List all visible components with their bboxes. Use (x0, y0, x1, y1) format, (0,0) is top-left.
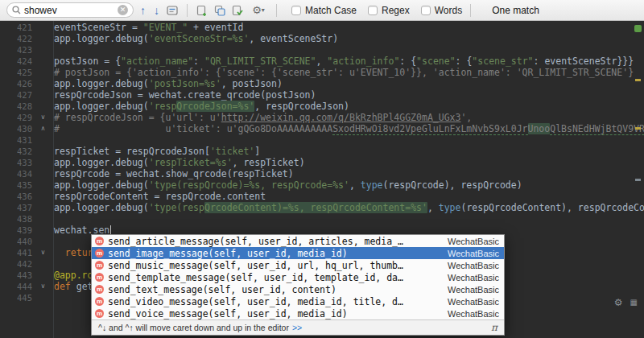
line-number[interactable]: 444 (0, 282, 37, 291)
warning-stripe-mark[interactable] (635, 127, 641, 130)
code-text: eventSceneStr = "EVENT_" + eventId (49, 22, 243, 33)
line-number[interactable]: 441 (0, 248, 37, 258)
line-number[interactable]: 427 (0, 90, 37, 100)
completion-item[interactable]: msend_music_message(self, user_id, url, … (92, 259, 504, 271)
completion-popup: msend_article_message(self, user_id, art… (91, 234, 505, 336)
code-line[interactable]: 436respQrcodeContent = respQrcode.conten… (0, 191, 644, 202)
code-line[interactable]: 433app.logger.debug('respTicket=%s', res… (0, 157, 644, 168)
checkbox-box[interactable] (421, 6, 431, 15)
next-match-icon[interactable]: ↓ (152, 5, 161, 16)
line-number[interactable]: 424 (0, 56, 37, 66)
hint-more-link[interactable]: >> (292, 323, 302, 332)
add-selection-icon[interactable] (196, 4, 208, 17)
line-number[interactable]: 423 (0, 45, 37, 55)
info-stripe-mark[interactable] (635, 179, 641, 181)
code-line[interactable]: 432respTicket = respQrcodeJson['ticket'] (0, 146, 644, 157)
code-line[interactable]: 428app.logger.debug('respQrcodeJson=%s',… (0, 101, 644, 112)
editor-settings-gear-icon[interactable]: ⚙ (614, 298, 623, 307)
highlight-all-icon[interactable] (166, 4, 179, 17)
match-case-checkbox[interactable]: Match Case (291, 5, 357, 16)
code-text: respQrcodeJson = wechat.create_qrcode(po… (49, 89, 316, 101)
code-text: # postJson = {'action_info': {'scene': {… (49, 67, 634, 78)
code-line[interactable]: 430∧# u'ticket': u'gQGo8DoAAAAAAAAAASxod… (0, 123, 644, 134)
search-settings-gear-icon[interactable]: ⚙▾ (249, 4, 268, 17)
line-number[interactable]: 425 (0, 68, 37, 77)
fold-marker-icon[interactable]: ∨ (37, 247, 49, 258)
line-number[interactable]: 437 (0, 203, 37, 212)
completion-list: msend_article_message(self, user_id, art… (92, 235, 504, 319)
line-number[interactable]: 442 (0, 259, 37, 269)
completion-origin-class: WechatBasic (448, 309, 499, 319)
completion-item[interactable]: msend_video_message(self, user_id, media… (92, 295, 504, 307)
code-text: app.logger.debug('type(respQrcodeContent… (49, 202, 644, 213)
checkbox-box[interactable] (291, 6, 301, 15)
completion-item[interactable]: msend_voice_message(self, user_id, media… (92, 307, 504, 319)
completion-item[interactable]: msend_template_message(self, user_id, te… (92, 271, 504, 283)
completion-label: send_video_message(self, user_id, media_… (108, 296, 403, 307)
code-line[interactable]: 422app.logger.debug('eventSceneStr=%s', … (0, 33, 644, 44)
code-line[interactable]: 423 (0, 44, 644, 56)
line-number[interactable]: 435 (0, 180, 37, 190)
code-line[interactable]: 427respQrcodeJson = wechat.create_qrcode… (0, 89, 644, 101)
fold-marker-icon[interactable]: ∨ (37, 112, 49, 123)
method-icon: m (95, 261, 104, 270)
code-text: respQrcodeContent = respQrcode.content (49, 191, 266, 202)
line-number[interactable]: 421 (0, 23, 37, 32)
hide-toolbar-icon[interactable]: ▦ (630, 298, 638, 307)
line-number[interactable]: 428 (0, 101, 37, 111)
line-number[interactable]: 439 (0, 225, 37, 235)
code-text: postJson = {"action_name": "QR_LIMIT_STR… (49, 56, 634, 67)
checkbox-box[interactable] (368, 6, 378, 15)
checkbox-label: Words (435, 5, 462, 16)
regex-checkbox[interactable]: Regex (368, 5, 410, 16)
fold-marker-icon[interactable]: ∧ (37, 123, 49, 134)
code-text: # u'ticket': u'gQGo8DoAAAAAAAAAASxodHRwO… (49, 123, 644, 134)
fold-marker-icon[interactable]: ∨ (37, 281, 49, 292)
line-number[interactable]: 445 (0, 293, 37, 303)
line-number[interactable]: 440 (0, 237, 37, 246)
method-icon: m (95, 249, 104, 258)
code-line[interactable]: 431 (0, 134, 644, 146)
line-number[interactable]: 443 (0, 270, 37, 280)
select-occurrences-icon[interactable] (213, 4, 226, 17)
method-icon: m (95, 237, 104, 245)
line-number[interactable]: 429 (0, 113, 37, 122)
line-number[interactable]: 434 (0, 169, 37, 179)
code-line[interactable]: 434respQrcode = wechat.show_qrcode(respT… (0, 168, 644, 179)
line-number[interactable]: 426 (0, 79, 37, 89)
code-line[interactable]: 429∨# respQrcodeJson = {u'url': u'http:/… (0, 112, 644, 123)
words-checkbox[interactable]: Words (421, 5, 462, 16)
completion-item[interactable]: msend_article_message(self, user_id, art… (92, 235, 504, 247)
completion-label: send_article_message(self, user_id, arti… (108, 236, 403, 247)
code-line[interactable]: 425# postJson = {'action_info': {'scene'… (0, 67, 644, 78)
toolbar-separator (276, 4, 277, 17)
completion-item[interactable]: msend_text_message(self, user_id, conten… (92, 283, 504, 295)
warning-stripe-mark[interactable] (635, 79, 641, 81)
clear-search-icon[interactable]: ✕ (118, 5, 128, 15)
line-number[interactable]: 422 (0, 34, 37, 43)
code-line[interactable]: 438 (0, 213, 644, 225)
completion-origin-class: WechatBasic (448, 297, 499, 307)
toolbar-separator (187, 4, 188, 17)
code-text: app.logger.debug('respQrcodeJson=%s', re… (49, 101, 349, 112)
code-line[interactable]: 424postJson = {"action_name": "QR_LIMIT_… (0, 56, 644, 67)
hint-text: ^↓ and ^↑ will move caret down and up in… (98, 323, 289, 332)
line-number[interactable]: 436 (0, 192, 37, 201)
line-number[interactable]: 438 (0, 214, 37, 224)
code-line[interactable]: 435app.logger.debug('type(respQrcode)=%s… (0, 179, 644, 191)
line-number[interactable]: 431 (0, 135, 37, 145)
completion-item[interactable]: msend_image_message(self, user_id, media… (92, 247, 504, 259)
method-icon: m (95, 285, 104, 294)
code-line[interactable]: 426app.logger.debug('postJson=%s', postJ… (0, 78, 644, 89)
completion-origin-class: WechatBasic (448, 261, 499, 270)
line-number[interactable]: 433 (0, 158, 37, 167)
line-number[interactable]: 430 (0, 124, 37, 134)
filter-results-icon[interactable] (231, 4, 244, 17)
code-line[interactable]: 437app.logger.debug('type(respQrcodeCont… (0, 202, 644, 213)
line-number[interactable]: 432 (0, 146, 37, 156)
search-input[interactable]: showev ✕ (6, 2, 134, 18)
code-line[interactable]: 421eventSceneStr = "EVENT_" + eventId (0, 22, 644, 33)
inspection-status-icon[interactable] (634, 25, 642, 32)
previous-match-icon[interactable]: ↑ (138, 5, 147, 16)
search-query[interactable]: showev (24, 5, 114, 16)
